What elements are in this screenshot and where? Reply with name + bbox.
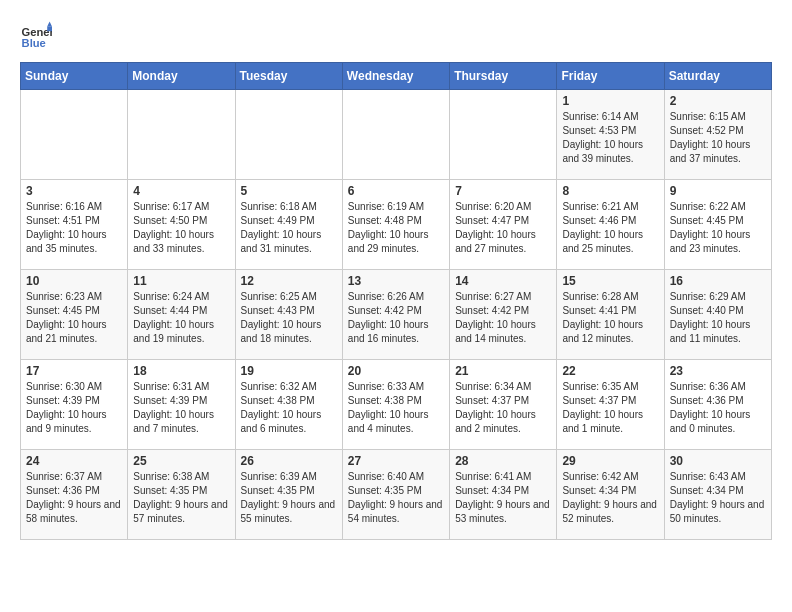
calendar-cell: 19Sunrise: 6:32 AM Sunset: 4:38 PM Dayli… xyxy=(235,360,342,450)
day-number: 29 xyxy=(562,454,658,468)
calendar-cell: 11Sunrise: 6:24 AM Sunset: 4:44 PM Dayli… xyxy=(128,270,235,360)
day-number: 12 xyxy=(241,274,337,288)
cell-content: Sunrise: 6:39 AM Sunset: 4:35 PM Dayligh… xyxy=(241,470,337,526)
day-header: Tuesday xyxy=(235,63,342,90)
day-number: 15 xyxy=(562,274,658,288)
day-number: 4 xyxy=(133,184,229,198)
cell-content: Sunrise: 6:16 AM Sunset: 4:51 PM Dayligh… xyxy=(26,200,122,256)
cell-content: Sunrise: 6:26 AM Sunset: 4:42 PM Dayligh… xyxy=(348,290,444,346)
calendar-cell: 24Sunrise: 6:37 AM Sunset: 4:36 PM Dayli… xyxy=(21,450,128,540)
calendar-cell: 9Sunrise: 6:22 AM Sunset: 4:45 PM Daylig… xyxy=(664,180,771,270)
svg-marker-2 xyxy=(47,22,52,27)
cell-content: Sunrise: 6:38 AM Sunset: 4:35 PM Dayligh… xyxy=(133,470,229,526)
day-header: Saturday xyxy=(664,63,771,90)
day-header: Wednesday xyxy=(342,63,449,90)
calendar-cell: 18Sunrise: 6:31 AM Sunset: 4:39 PM Dayli… xyxy=(128,360,235,450)
day-number: 25 xyxy=(133,454,229,468)
day-number: 28 xyxy=(455,454,551,468)
calendar-cell: 15Sunrise: 6:28 AM Sunset: 4:41 PM Dayli… xyxy=(557,270,664,360)
day-number: 13 xyxy=(348,274,444,288)
day-number: 2 xyxy=(670,94,766,108)
day-number: 17 xyxy=(26,364,122,378)
day-number: 24 xyxy=(26,454,122,468)
calendar-header-row: SundayMondayTuesdayWednesdayThursdayFrid… xyxy=(21,63,772,90)
cell-content: Sunrise: 6:25 AM Sunset: 4:43 PM Dayligh… xyxy=(241,290,337,346)
calendar-cell: 13Sunrise: 6:26 AM Sunset: 4:42 PM Dayli… xyxy=(342,270,449,360)
logo-icon: General Blue xyxy=(20,20,52,52)
cell-content: Sunrise: 6:18 AM Sunset: 4:49 PM Dayligh… xyxy=(241,200,337,256)
day-number: 18 xyxy=(133,364,229,378)
cell-content: Sunrise: 6:24 AM Sunset: 4:44 PM Dayligh… xyxy=(133,290,229,346)
calendar-cell xyxy=(21,90,128,180)
cell-content: Sunrise: 6:28 AM Sunset: 4:41 PM Dayligh… xyxy=(562,290,658,346)
day-number: 6 xyxy=(348,184,444,198)
calendar-cell: 16Sunrise: 6:29 AM Sunset: 4:40 PM Dayli… xyxy=(664,270,771,360)
day-number: 8 xyxy=(562,184,658,198)
cell-content: Sunrise: 6:19 AM Sunset: 4:48 PM Dayligh… xyxy=(348,200,444,256)
svg-text:Blue: Blue xyxy=(22,37,46,49)
calendar-cell: 4Sunrise: 6:17 AM Sunset: 4:50 PM Daylig… xyxy=(128,180,235,270)
cell-content: Sunrise: 6:40 AM Sunset: 4:35 PM Dayligh… xyxy=(348,470,444,526)
day-header: Thursday xyxy=(450,63,557,90)
day-header: Friday xyxy=(557,63,664,90)
calendar-cell: 7Sunrise: 6:20 AM Sunset: 4:47 PM Daylig… xyxy=(450,180,557,270)
day-number: 10 xyxy=(26,274,122,288)
calendar-cell xyxy=(450,90,557,180)
day-number: 5 xyxy=(241,184,337,198)
cell-content: Sunrise: 6:35 AM Sunset: 4:37 PM Dayligh… xyxy=(562,380,658,436)
cell-content: Sunrise: 6:33 AM Sunset: 4:38 PM Dayligh… xyxy=(348,380,444,436)
calendar-cell: 8Sunrise: 6:21 AM Sunset: 4:46 PM Daylig… xyxy=(557,180,664,270)
cell-content: Sunrise: 6:17 AM Sunset: 4:50 PM Dayligh… xyxy=(133,200,229,256)
cell-content: Sunrise: 6:23 AM Sunset: 4:45 PM Dayligh… xyxy=(26,290,122,346)
calendar-cell xyxy=(342,90,449,180)
calendar-cell xyxy=(235,90,342,180)
day-number: 3 xyxy=(26,184,122,198)
cell-content: Sunrise: 6:43 AM Sunset: 4:34 PM Dayligh… xyxy=(670,470,766,526)
cell-content: Sunrise: 6:15 AM Sunset: 4:52 PM Dayligh… xyxy=(670,110,766,166)
cell-content: Sunrise: 6:37 AM Sunset: 4:36 PM Dayligh… xyxy=(26,470,122,526)
cell-content: Sunrise: 6:30 AM Sunset: 4:39 PM Dayligh… xyxy=(26,380,122,436)
day-number: 19 xyxy=(241,364,337,378)
cell-content: Sunrise: 6:20 AM Sunset: 4:47 PM Dayligh… xyxy=(455,200,551,256)
cell-content: Sunrise: 6:21 AM Sunset: 4:46 PM Dayligh… xyxy=(562,200,658,256)
svg-marker-3 xyxy=(47,26,52,31)
header: General Blue xyxy=(20,20,772,52)
cell-content: Sunrise: 6:29 AM Sunset: 4:40 PM Dayligh… xyxy=(670,290,766,346)
calendar-cell: 1Sunrise: 6:14 AM Sunset: 4:53 PM Daylig… xyxy=(557,90,664,180)
calendar-table: SundayMondayTuesdayWednesdayThursdayFrid… xyxy=(20,62,772,540)
day-number: 1 xyxy=(562,94,658,108)
calendar-cell: 28Sunrise: 6:41 AM Sunset: 4:34 PM Dayli… xyxy=(450,450,557,540)
day-header: Monday xyxy=(128,63,235,90)
calendar-week-row: 10Sunrise: 6:23 AM Sunset: 4:45 PM Dayli… xyxy=(21,270,772,360)
day-number: 21 xyxy=(455,364,551,378)
calendar-cell: 25Sunrise: 6:38 AM Sunset: 4:35 PM Dayli… xyxy=(128,450,235,540)
calendar-week-row: 17Sunrise: 6:30 AM Sunset: 4:39 PM Dayli… xyxy=(21,360,772,450)
cell-content: Sunrise: 6:22 AM Sunset: 4:45 PM Dayligh… xyxy=(670,200,766,256)
day-number: 9 xyxy=(670,184,766,198)
cell-content: Sunrise: 6:34 AM Sunset: 4:37 PM Dayligh… xyxy=(455,380,551,436)
cell-content: Sunrise: 6:42 AM Sunset: 4:34 PM Dayligh… xyxy=(562,470,658,526)
day-number: 22 xyxy=(562,364,658,378)
cell-content: Sunrise: 6:32 AM Sunset: 4:38 PM Dayligh… xyxy=(241,380,337,436)
cell-content: Sunrise: 6:41 AM Sunset: 4:34 PM Dayligh… xyxy=(455,470,551,526)
calendar-cell: 29Sunrise: 6:42 AM Sunset: 4:34 PM Dayli… xyxy=(557,450,664,540)
day-number: 14 xyxy=(455,274,551,288)
calendar-week-row: 3Sunrise: 6:16 AM Sunset: 4:51 PM Daylig… xyxy=(21,180,772,270)
calendar-cell: 20Sunrise: 6:33 AM Sunset: 4:38 PM Dayli… xyxy=(342,360,449,450)
calendar-cell xyxy=(128,90,235,180)
day-number: 27 xyxy=(348,454,444,468)
calendar-cell: 26Sunrise: 6:39 AM Sunset: 4:35 PM Dayli… xyxy=(235,450,342,540)
calendar-cell: 21Sunrise: 6:34 AM Sunset: 4:37 PM Dayli… xyxy=(450,360,557,450)
calendar-cell: 17Sunrise: 6:30 AM Sunset: 4:39 PM Dayli… xyxy=(21,360,128,450)
calendar-cell: 22Sunrise: 6:35 AM Sunset: 4:37 PM Dayli… xyxy=(557,360,664,450)
calendar-cell: 12Sunrise: 6:25 AM Sunset: 4:43 PM Dayli… xyxy=(235,270,342,360)
day-number: 11 xyxy=(133,274,229,288)
calendar-week-row: 1Sunrise: 6:14 AM Sunset: 4:53 PM Daylig… xyxy=(21,90,772,180)
day-number: 30 xyxy=(670,454,766,468)
day-number: 20 xyxy=(348,364,444,378)
cell-content: Sunrise: 6:31 AM Sunset: 4:39 PM Dayligh… xyxy=(133,380,229,436)
day-number: 16 xyxy=(670,274,766,288)
cell-content: Sunrise: 6:27 AM Sunset: 4:42 PM Dayligh… xyxy=(455,290,551,346)
day-number: 23 xyxy=(670,364,766,378)
calendar-cell: 6Sunrise: 6:19 AM Sunset: 4:48 PM Daylig… xyxy=(342,180,449,270)
